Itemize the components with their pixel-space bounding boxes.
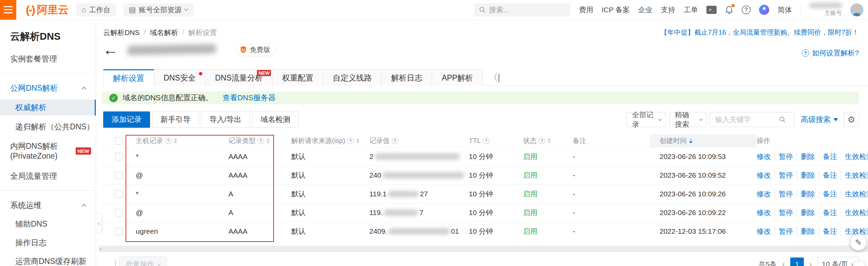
remark-link[interactable]: 备注 (819, 227, 837, 236)
delete-link[interactable]: 删除 (797, 227, 815, 236)
modify-link[interactable]: 修改 (757, 189, 771, 199)
nav-tickets[interactable]: 工单 (684, 5, 698, 15)
footer-select-all-checkbox[interactable] (115, 260, 116, 266)
help-icon[interactable]: ? (742, 5, 751, 14)
app-center-icon[interactable]: * (759, 5, 769, 15)
column-status[interactable]: 状态 ? (523, 136, 573, 145)
sidebar-item-aux-dns[interactable]: 辅助DNS (15, 219, 96, 229)
record-filter-select[interactable]: 全部记录 (626, 112, 666, 127)
tab-dns-traffic-analysis[interactable]: DNS流量分析 NEW (205, 69, 273, 86)
help-icon[interactable]: ? (392, 138, 398, 144)
column-type[interactable]: 记录类型 ? (228, 136, 291, 145)
sidebar-item-plan-management[interactable]: 实例套餐管理 (10, 54, 96, 64)
hamburger-menu-icon[interactable] (0, 0, 16, 20)
help-icon[interactable]: ? (539, 138, 545, 144)
advanced-search-link[interactable]: 高级搜索 (801, 114, 838, 125)
search-mode-select[interactable]: 精确搜索 (669, 112, 706, 127)
nav-icp[interactable]: ICP 备案 (602, 5, 630, 15)
sidebar-collapse-handle[interactable]: ‹ (96, 213, 102, 233)
sidebar-group-public-dns[interactable]: 公网DNS解析 (10, 83, 86, 93)
notifications-button[interactable] (725, 5, 733, 14)
pause-link[interactable]: 暂停 (775, 227, 793, 236)
tab-custom-lines[interactable]: 自定义线路 (323, 69, 382, 86)
nav-billing[interactable]: 费用 (579, 5, 593, 15)
sort-icon[interactable] (174, 138, 177, 143)
account-resources-dropdown[interactable]: ▤ 账号全部资源 (123, 3, 193, 16)
help-icon[interactable]: ? (347, 138, 354, 144)
tab-dns-security[interactable]: DNS安全 (154, 69, 206, 86)
tab-weight-config[interactable]: 权重配置 (272, 69, 323, 86)
sidebar-item-private-zone[interactable]: 内网DNS解析 (PrivateZone) (10, 141, 76, 161)
column-created[interactable]: 创建时间 (650, 135, 757, 147)
promo-link[interactable]: 【年中促】截止7月16，全局流量管理新购、续费同价，限时7折！ (661, 28, 859, 37)
modify-link[interactable]: 修改 (757, 208, 771, 217)
view-dns-servers-link[interactable]: 查看DNS服务器 (222, 93, 275, 103)
effect-check-link[interactable]: 生效检测 (841, 171, 868, 180)
sidebar-item-gtm[interactable]: 全局流量管理 (10, 171, 96, 181)
feedback-edit-button[interactable]: ✎ (850, 234, 866, 250)
row-checkbox[interactable] (115, 172, 123, 179)
column-isp[interactable]: 解析请求来源(isp) ? (291, 136, 369, 145)
nav-enterprise[interactable]: 企业 (638, 5, 652, 15)
breadcrumb-item[interactable]: 域名解析 (150, 28, 178, 37)
delete-link[interactable]: 删除 (797, 152, 815, 161)
remark-link[interactable]: 备注 (819, 171, 837, 180)
avatar[interactable] (850, 3, 863, 16)
horizontal-scrollbar[interactable]: ‹ (98, 246, 868, 252)
help-icon[interactable]: ? (258, 138, 264, 144)
effect-check-link[interactable]: 生效检测 (841, 152, 868, 161)
sidebar-group-system-ops[interactable]: 系统运维 (10, 200, 86, 211)
remark-link[interactable]: 备注 (819, 189, 837, 199)
tab-app-dns[interactable]: APP解析 (432, 69, 483, 86)
column-host[interactable]: 主机记录 ? (136, 136, 228, 145)
beginner-guide-button[interactable]: 新手引导 (152, 111, 199, 128)
modify-link[interactable]: 修改 (757, 152, 771, 161)
how-to-configure-link[interactable]: ? 如何设置解析? (802, 48, 859, 58)
scroll-left-icon[interactable]: ‹ (100, 246, 101, 252)
sidebar-item-operation-log[interactable]: 操作日志 (15, 237, 96, 248)
pause-link[interactable]: 暂停 (775, 171, 793, 180)
language-switch[interactable]: 简体 (778, 5, 792, 15)
next-page-icon[interactable]: › (809, 260, 812, 266)
aliyun-logo[interactable]: (-) 阿里云 (26, 3, 69, 17)
breadcrumb-item[interactable]: 云解析DNS (103, 28, 140, 37)
row-checkbox[interactable] (115, 228, 123, 235)
delete-link[interactable]: 删除 (797, 208, 815, 217)
sidebar-item-isp-cache-refresh[interactable]: 运营商DNS缓存刷新 (15, 256, 96, 266)
tab-dns-settings[interactable]: 解析设置 (103, 69, 154, 86)
help-icon[interactable]: ? (483, 138, 490, 144)
tab-dns-logs[interactable]: 解析日志 (381, 69, 432, 86)
sort-icon[interactable] (266, 138, 270, 143)
remark-link[interactable]: 备注 (819, 208, 837, 217)
row-checkbox[interactable] (115, 153, 123, 160)
pause-link[interactable]: 暂停 (775, 189, 793, 199)
help-icon[interactable]: ? (165, 138, 171, 144)
select-all-checkbox[interactable] (115, 137, 123, 145)
back-arrow-icon[interactable]: ← (103, 42, 118, 57)
import-export-button[interactable]: 导入/导出 (201, 111, 250, 128)
keyword-input[interactable] (715, 116, 776, 124)
global-search-input[interactable] (489, 6, 560, 14)
remark-link[interactable]: 备注 (819, 152, 837, 161)
global-search[interactable] (474, 3, 571, 16)
delete-link[interactable]: 删除 (797, 171, 815, 180)
keyword-search[interactable] (709, 112, 794, 127)
modify-link[interactable]: 修改 (757, 171, 771, 180)
add-record-button[interactable]: 添加记录 (103, 111, 150, 128)
modify-link[interactable]: 修改 (757, 227, 771, 236)
pause-link[interactable]: 暂停 (775, 208, 793, 217)
sort-icon-active[interactable] (689, 138, 692, 143)
page-number[interactable]: 1 (790, 258, 804, 266)
cloudshell-icon[interactable]: >_ (706, 6, 717, 14)
effect-check-link[interactable]: 生效检测 (841, 227, 868, 236)
row-checkbox[interactable] (115, 190, 123, 198)
delete-link[interactable]: 删除 (797, 189, 815, 199)
batch-actions-button[interactable]: 批量操作 (119, 256, 167, 266)
sort-icon[interactable] (356, 138, 359, 143)
pause-link[interactable]: 暂停 (775, 152, 793, 161)
effect-check-link[interactable]: 生效检测 (841, 208, 868, 217)
workbench-button[interactable]: ⌂ 工作台 (76, 3, 116, 16)
page-size-select[interactable]: 10 条/页 (817, 257, 859, 266)
sidebar-item-authoritative-dns[interactable]: 权威解析 (0, 100, 96, 116)
domain-check-button[interactable]: 域名检测 (252, 111, 299, 128)
